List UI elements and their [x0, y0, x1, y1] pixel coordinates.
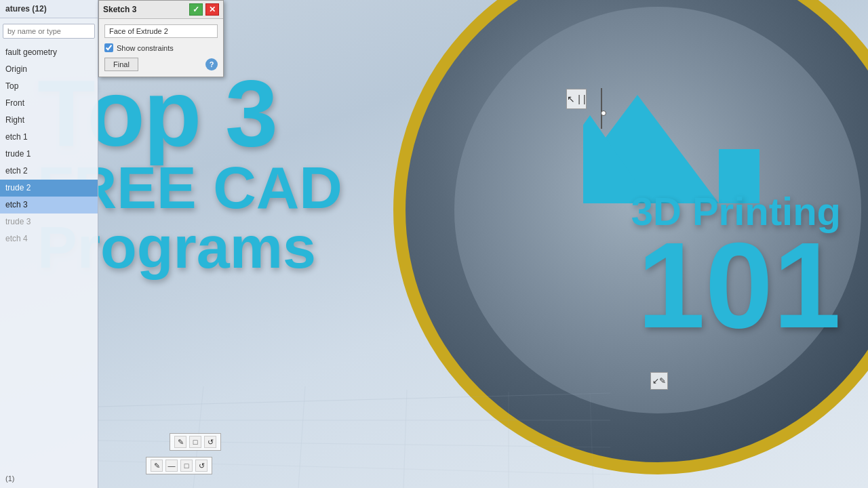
sidebar: atures (12) fault geometry Origin Top Fr… — [0, 0, 98, 488]
toolbar-rotate-icon[interactable]: ↺ — [204, 436, 216, 448]
dialog-final-button[interactable]: Final — [104, 58, 138, 71]
dialog-help-icon[interactable]: ? — [205, 58, 218, 70]
sidebar-header-label: atures (12) — [5, 4, 47, 14]
toolbar-rotate2-icon[interactable]: ↺ — [195, 460, 208, 472]
sidebar-item-extrude2[interactable]: trude 2 — [0, 180, 98, 197]
sidebar-item-top[interactable]: Top — [0, 78, 98, 95]
dialog-face-label: Face of Extrude 2 — [104, 24, 218, 38]
toolbar-dash-icon[interactable]: — — [165, 460, 178, 472]
toolbar-bottom-2: ✎ — □ ↺ — [146, 457, 212, 474]
dialog-bottom-row: Final ? — [104, 58, 218, 71]
dialog-titlebar: Sketch 3 ✓ ✕ — [99, 1, 223, 19]
dialog-show-constraints-checkbox[interactable] — [104, 43, 113, 52]
logo-shapes — [583, 81, 760, 230]
sidebar-item-origin[interactable]: Origin — [0, 61, 98, 78]
toolbar-pencil2-icon[interactable]: ✎ — [151, 460, 163, 472]
sidebar-item-right[interactable]: Right — [0, 112, 98, 129]
sidebar-item-default-geometry[interactable]: fault geometry — [0, 44, 98, 61]
sidebar-search-input[interactable] — [3, 24, 95, 39]
cad-cursor-2: ↙✎ — [650, 372, 668, 390]
toolbar-pencil-icon[interactable]: ✎ — [174, 436, 186, 448]
sidebar-item-sketch1[interactable]: etch 1 — [0, 129, 98, 146]
sidebar-item-sketch3[interactable]: etch 3 — [0, 197, 98, 214]
dialog-show-constraints-label: Show constraints — [117, 44, 174, 52]
dialog-ok-button[interactable]: ✓ — [189, 3, 203, 16]
sketch3-dialog: Sketch 3 ✓ ✕ Face of Extrude 2 Show cons… — [98, 0, 224, 77]
sidebar-footer: (1) — [5, 474, 14, 483]
sidebar-item-extrude3[interactable]: trude 3 — [0, 214, 98, 230]
sidebar-item-sketch4[interactable]: etch 4 — [0, 230, 98, 247]
sidebar-item-sketch2[interactable]: etch 2 — [0, 163, 98, 180]
sidebar-header: atures (12) — [0, 0, 98, 18]
svg-line-6 — [403, 390, 407, 488]
dialog-close-button[interactable]: ✕ — [205, 3, 219, 16]
svg-rect-11 — [719, 149, 760, 203]
dialog-show-constraints-row: Show constraints — [104, 43, 218, 52]
toolbar-square2-icon[interactable]: □ — [180, 460, 193, 472]
svg-line-0 — [98, 393, 610, 407]
dialog-content: Face of Extrude 2 Show constraints Final… — [99, 19, 223, 77]
toolbar-bottom-1: ✎ □ ↺ — [170, 433, 221, 451]
toolbar-square-icon[interactable]: □ — [189, 436, 201, 448]
sidebar-item-extrude1[interactable]: trude 1 — [0, 146, 98, 163]
dialog-title: Sketch 3 — [103, 5, 136, 14]
sidebar-item-front[interactable]: Front — [0, 95, 98, 112]
